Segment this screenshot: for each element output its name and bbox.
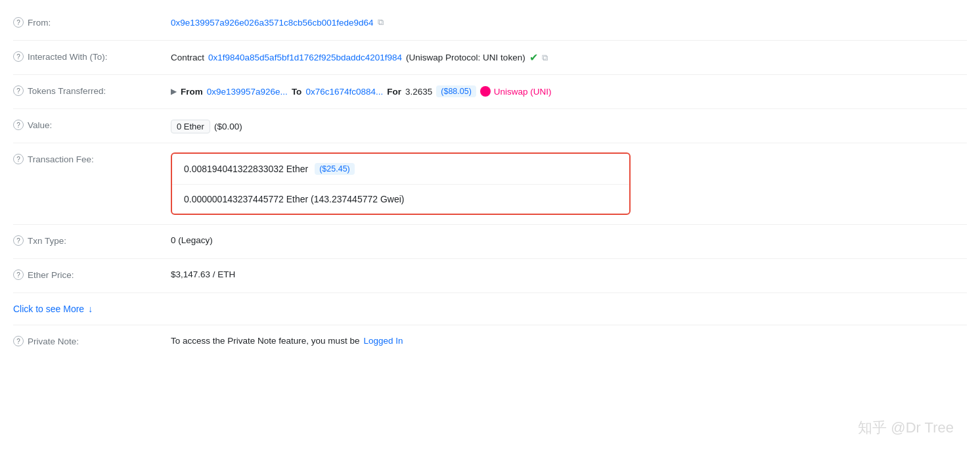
uniswap-token: Uniswap (UNI) [480, 86, 552, 97]
tokens-to-address[interactable]: 0x76c1674fc0884... [305, 87, 383, 97]
private-note-row: ? Private Note: To access the Private No… [13, 325, 967, 360]
uniswap-token-link[interactable]: Uniswap (UNI) [494, 87, 552, 97]
value-help-icon[interactable]: ? [13, 120, 24, 130]
interacted-help-icon[interactable]: ? [13, 51, 24, 62]
ether-price-value: $3,147.63 / ETH [171, 269, 235, 279]
ether-amount-badge: 0 Ether [171, 120, 210, 133]
from-value-col: 0x9e139957a926e026a3571c8cb56cb001fede9d… [171, 16, 967, 28]
tokens-transferred-row: ? Tokens Transferred: ▶ From 0x9e139957a… [13, 75, 967, 109]
value-usd: ($0.00) [214, 122, 242, 131]
private-note-label-col: ? Private Note: [13, 335, 171, 346]
click-more-label: Click to see More [13, 304, 84, 314]
value-value-col: 0 Ether ($0.00) [171, 118, 967, 133]
tokens-from-address[interactable]: 0x9e139957a926e... [207, 87, 288, 97]
fee-gas-red-box: 0.008194041322833032 Ether ($25.45) 0.00… [171, 152, 631, 215]
contract-name: (Uniswap Protocol: UNI token) [406, 53, 525, 62]
interacted-label: Interacted With (To): [28, 52, 108, 62]
verified-check-icon: ✔ [529, 51, 538, 64]
txn-type-row: ? Txn Type: 0 (Legacy) [13, 225, 967, 259]
txn-type-value-col: 0 (Legacy) [171, 234, 967, 245]
txn-fee-usd-badge: ($25.45) [315, 163, 355, 175]
gas-price-amount: 0.000000143237445772 Ether (143.23744577… [184, 194, 405, 204]
private-note-label: Private Note: [28, 336, 79, 346]
ether-price-help-icon[interactable]: ? [13, 269, 24, 280]
from-address-link[interactable]: 0x9e139957a926e026a3571c8cb56cb001fede9d… [171, 18, 374, 28]
interacted-with-row: ? Interacted With (To): Contract 0x1f984… [13, 41, 967, 75]
tokens-to-label: To [292, 87, 302, 97]
value-row: ? Value: 0 Ether ($0.00) [13, 109, 967, 143]
transaction-fee-box-row: 0.008194041322833032 Ether ($25.45) [172, 154, 629, 185]
from-copy-icon[interactable]: ⧉ [378, 17, 384, 28]
tokens-label-col: ? Tokens Transferred: [13, 84, 171, 96]
click-to-see-more[interactable]: Click to see More ↓ [13, 293, 967, 325]
contract-copy-icon[interactable]: ⧉ [542, 53, 548, 63]
interacted-label-col: ? Interacted With (To): [13, 50, 171, 62]
click-more-arrow-icon: ↓ [88, 304, 93, 314]
from-label: From: [28, 18, 51, 28]
tokens-value-col: ▶ From 0x9e139957a926e... To 0x76c1674fc… [171, 84, 967, 97]
txn-type-help-icon[interactable]: ? [13, 235, 24, 246]
gas-price-box-row: 0.000000143237445772 Ether (143.23744577… [172, 185, 629, 214]
tokens-help-icon[interactable]: ? [13, 85, 24, 96]
tokens-label: Tokens Transferred: [28, 86, 106, 96]
txn-type-label-col: ? Txn Type: [13, 234, 171, 246]
from-row: ? From: 0x9e139957a926e026a3571c8cb56cb0… [13, 7, 967, 41]
from-label-col: ? From: [13, 16, 171, 28]
private-note-text: To access the Private Note feature, you … [171, 336, 359, 346]
contract-address-link[interactable]: 0x1f9840a85d5af5bf1d1762f925bdaddc4201f9… [208, 53, 402, 62]
ether-price-value-col: $3,147.63 / ETH [171, 268, 967, 279]
interacted-value-col: Contract 0x1f9840a85d5af5bf1d1762f925bda… [171, 50, 967, 64]
private-note-value-col: To access the Private Note feature, you … [171, 335, 967, 346]
ether-price-label-col: ? Ether Price: [13, 268, 171, 280]
token-transfer-arrow: ▶ [171, 87, 177, 96]
txn-fee-label: Transaction Fee: [28, 154, 94, 164]
logged-in-link[interactable]: Logged In [363, 336, 403, 346]
txn-fee-help-icon[interactable]: ? [13, 154, 24, 164]
value-label: Value: [28, 120, 52, 130]
tokens-for-label: For [387, 87, 401, 97]
fee-gas-box-wrapper: 0.008194041322833032 Ether ($25.45) 0.00… [171, 152, 967, 215]
txn-type-value: 0 (Legacy) [171, 235, 213, 245]
fee-gas-section: ? Transaction Fee: 0.008194041322833032 … [13, 143, 967, 225]
private-note-help-icon[interactable]: ? [13, 336, 24, 346]
txn-fee-label-col: ? Transaction Fee: [13, 152, 171, 164]
value-label-col: ? Value: [13, 118, 171, 130]
ether-price-label: Ether Price: [28, 270, 74, 280]
contract-prefix: Contract [171, 53, 204, 62]
tokens-from-label: From [181, 87, 203, 97]
tokens-for-amount: 3.2635 [405, 87, 432, 97]
from-help-icon[interactable]: ? [13, 17, 24, 28]
uniswap-dot-icon [480, 86, 491, 97]
txn-fee-amount: 0.008194041322833032 Ether [184, 164, 308, 174]
ether-price-row: ? Ether Price: $3,147.63 / ETH [13, 259, 967, 293]
tokens-usd-badge: ($88.05) [436, 85, 476, 97]
txn-type-label: Txn Type: [28, 236, 66, 246]
